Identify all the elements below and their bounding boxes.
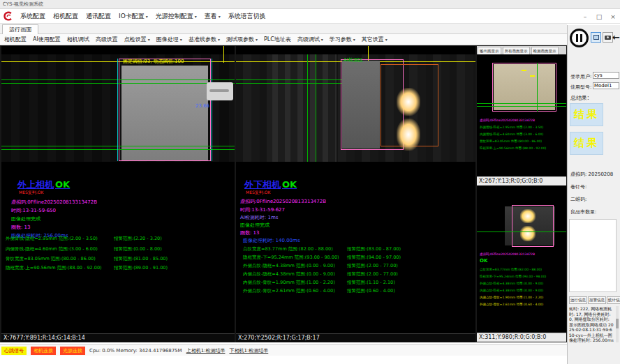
barcode-line: 虚拟码:0Ffline2025020813313472B (240, 198, 326, 205)
pixel-coords-thumb-lower: X:311;Y:980;R:0;G:0;B:0 (477, 333, 566, 342)
baseline-green (1, 83, 235, 84)
baseline-green (477, 106, 566, 107)
alarm-range: 报警范围:(83.00 - 87.00) (347, 246, 401, 252)
tool-learning-params[interactable]: 学习参数▾ (330, 36, 355, 43)
menu-view[interactable]: 查看▾ (205, 12, 221, 21)
thumb-text-line: 外侧骨线-隐框=2.95mm 范围:(2.00 - 3.50) (480, 126, 543, 129)
chevron-down-icon: ▾ (218, 37, 220, 42)
measurement-row: 点纹宽度=83.77mm 范围:(82.00 - 88.00) (243, 246, 333, 252)
alarm-range: 报警范围:(2.00 - 77.00) (347, 271, 398, 278)
log-tabs: 运行信息 报警信息 统计信息 (569, 296, 620, 304)
thumbnail-tabs: 输出图显示 所有画面显示 检测画面显示 (477, 46, 566, 54)
tab-detect-views[interactable]: 检测画面显示 (531, 47, 559, 54)
thumb-text-line: 虚拟码:0Ffline2025020813313472B (480, 252, 535, 256)
tool-other-settings[interactable]: 其它设置▾ (362, 36, 388, 43)
mes-substatus: MES复判:OK (246, 190, 270, 196)
time-line: 时间:13-31-59-650 (11, 207, 56, 214)
process-time-line: 图像处理耗时: 140.00ms (243, 237, 300, 244)
tool-image-processing[interactable]: 图像处理▾ (156, 36, 182, 43)
scrollbar-thumb[interactable] (616, 319, 619, 328)
minimize-icon[interactable]: – (581, 13, 589, 20)
back-button[interactable]: ← (612, 32, 620, 43)
tool-plc-address-table[interactable]: PLC地址表 (264, 36, 291, 43)
thumb-yellow-mark (530, 75, 535, 77)
tool-test-params[interactable]: 测试项参数▾ (226, 36, 258, 43)
tool-camera-config[interactable]: 相机配置 (4, 36, 27, 43)
light-connect-badge: 光源连接 (60, 347, 85, 355)
pixel-coords-thumb-upper: X:267;Y:13;R:0;G:0;B:0 (477, 176, 566, 185)
camera-view-lower[interactable]: AI检测区 外下相机OK MES复判:OK 虚拟码:0Ffline2025020… (236, 46, 475, 342)
thumb-status-ok: OK (480, 258, 487, 264)
pause-button[interactable] (570, 29, 589, 47)
thumb-yellow-mark (522, 70, 526, 71)
measurement-row: 隐框宽度-下=95.24mm 范围:(93.00 - 98.00) (243, 255, 339, 261)
thumb-text-line: 隐框宽度-上=90.56mm 范围:(88.00 - 92.00) (480, 146, 546, 150)
tool-ai-config[interactable]: AI使用配置 (33, 36, 61, 43)
tool-advanced-debug[interactable]: 高级调试▾ (297, 36, 323, 43)
virtual-code-label: 虚拟码: 20250208 (570, 171, 613, 178)
close-icon[interactable]: × (609, 13, 617, 20)
bright-spot (397, 88, 420, 116)
window-title: CYS-视觉检测系统 (3, 1, 43, 7)
measurement-row: 隐框宽度-上=90.56mm 范围:(88.00 - 92.00) (6, 265, 102, 271)
alarm-range: 报警范围:(2.00 - 77.00) (347, 263, 398, 269)
status-ok: OK (282, 179, 297, 190)
yield-count-label: 良品率数量: (570, 208, 596, 215)
measurement-row: 外侧点纹-隐框=4.38mm 范围:(0.00 - 9.00) (243, 263, 335, 269)
time-line: 时间:13-31-59-627 (240, 206, 285, 213)
measurement-row: 外侧骨线-隐框=2.95mm 范围:(2.00 - 3.50) (6, 236, 98, 242)
menu-comm-config[interactable]: 通讯配置 (86, 12, 111, 21)
bright-spot (397, 119, 420, 151)
thumbnail-view-upper[interactable]: 虚拟码:0Ffline2025020813313472B 外侧骨线-隐框=2.9… (477, 54, 566, 185)
tab-run-info[interactable]: 运行信息 (569, 296, 587, 304)
chevron-down-icon: ▾ (219, 14, 221, 19)
tab-output-image[interactable]: 输出图显示 (478, 47, 501, 54)
lower-camera-result-link[interactable]: 下相机1:检测结果 (229, 347, 268, 354)
result-badge-upper: 结果 (570, 103, 603, 126)
thumbnail-view-lower[interactable]: 虚拟码:0Ffline2025020813313472B OK 点纹宽度=83.… (477, 185, 566, 342)
result-list-box[interactable] (569, 219, 617, 292)
ai-time-line: AI检测耗时: 1ms (240, 214, 278, 221)
camera-view-upper[interactable]: 固定阈值:93, 动态阈值:100 23.66 外上相机OK MES复判:OK … (1, 46, 235, 342)
menu-light-config[interactable]: 光源控制配置▾ (156, 12, 197, 21)
mes-substatus: MES复判:OK (19, 190, 43, 196)
model-input[interactable] (593, 82, 619, 89)
cpu-memory-text: Cpu: 0.0% Memory: 3424.41796875M (89, 348, 182, 354)
monitor-button[interactable] (591, 32, 601, 43)
menu-system-config[interactable]: 系统配置 (20, 12, 45, 21)
baseline-green (1, 149, 235, 150)
virtual-code-value: 20250208 (589, 172, 614, 177)
baseline-green-vertical (537, 63, 538, 112)
camera-icon (605, 36, 611, 40)
app-logo-icon (3, 11, 13, 22)
chevron-down-icon: ▾ (146, 14, 148, 19)
chevron-down-icon: ▾ (353, 37, 355, 42)
tool-camera-debug[interactable]: 相机调试 (67, 36, 89, 43)
alarm-range: 报警范围:(1.10 - 2.10) (347, 280, 395, 286)
tool-advanced-settings[interactable]: 高级设置 (96, 36, 118, 43)
tool-baseline-params[interactable]: 基准线参数▾ (189, 36, 220, 43)
log-scrollbar[interactable] (616, 306, 619, 342)
menu-language-switch[interactable]: 系统语言切换 (228, 12, 266, 21)
turns-line: 圈数: 13 (11, 224, 31, 231)
tool-spotcheck-settings[interactable]: 点检设置▾ (124, 36, 150, 43)
alarm-range: 报警范围:(0.00 - 8.00) (114, 246, 162, 252)
menu-camera-config[interactable]: 相机配置 (53, 12, 78, 21)
maximize-icon[interactable]: □ (595, 13, 603, 20)
tab-stats-info[interactable]: 统计信息 (607, 296, 620, 304)
turns-line: 圈数: 13 (240, 229, 260, 236)
login-user-input[interactable] (593, 72, 619, 79)
menu-io-config[interactable]: IO卡配置▾ (119, 12, 148, 21)
upper-camera-result-link[interactable]: 上相机1:检测结果 (186, 347, 226, 354)
camera-connect-badge: 相机连接 (31, 347, 56, 355)
total-result-label: 总结果: (570, 94, 589, 102)
alarm-range: 报警范围:(2.20 - 3.20) (114, 236, 162, 242)
tab-alarm-info[interactable]: 报警信息 (588, 296, 606, 304)
status-bar: 心跳信号 相机连接 光源连接 Cpu: 0.0% Memory: 3424.41… (0, 344, 567, 356)
tab-run-screen[interactable]: 运行画面 (2, 24, 38, 34)
chevron-down-icon: ▾ (385, 37, 388, 42)
chevron-down-icon: ▾ (148, 37, 150, 42)
tab-all-views[interactable]: 所有画面显示 (503, 47, 530, 54)
ai-region-label: AI检测区 (344, 56, 363, 63)
side-panel: ← 登录用户: 使用型号: 总结果: 结果 结果 虚拟码: 20250208 卷… (567, 25, 620, 364)
